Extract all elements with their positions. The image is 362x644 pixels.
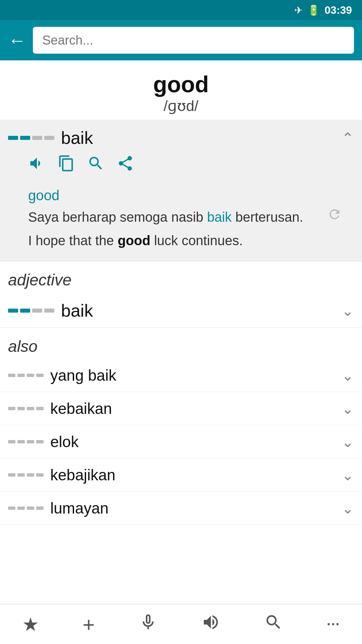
status-icons: ✈ 🔋 03:39 bbox=[294, 4, 352, 16]
example-block: good Saya berharap semoga nasib baik ber… bbox=[0, 184, 362, 261]
example-source: Saya berharap semoga nasib baik berterus… bbox=[28, 207, 342, 227]
header: ← bbox=[0, 20, 362, 60]
chevron-down-icon[interactable]: ⌄ bbox=[342, 302, 354, 319]
also-word-elok: elok bbox=[50, 433, 342, 451]
adjective-word: baik bbox=[61, 301, 342, 321]
favorite-icon: ★ bbox=[22, 613, 39, 635]
word-title: good bbox=[0, 71, 362, 97]
search-icon[interactable] bbox=[87, 155, 105, 176]
adjective-entry: baik ⌄ bbox=[0, 292, 362, 328]
also-stripe-2 bbox=[8, 407, 44, 410]
adjective-entry-header[interactable]: baik ⌄ bbox=[0, 292, 362, 327]
also-entry-lumayan[interactable]: lumayan ⌄ bbox=[0, 492, 362, 525]
bottom-navigation: ★ + ··· bbox=[0, 604, 362, 644]
nav-add[interactable]: + bbox=[83, 612, 95, 636]
expanded-entry-header[interactable]: baik ⌃ bbox=[0, 120, 362, 155]
stripe-2 bbox=[20, 136, 30, 140]
nav-mic[interactable] bbox=[139, 613, 158, 636]
also-stripe-1 bbox=[8, 374, 44, 377]
nav-speaker[interactable] bbox=[201, 613, 220, 636]
also-label: also bbox=[0, 328, 362, 359]
also-word-kebajikan: kebajikan bbox=[50, 466, 342, 484]
example-target: I hope that the good luck continues. bbox=[28, 230, 342, 251]
chevron-up-icon[interactable]: ⌃ bbox=[342, 129, 354, 147]
mic-icon bbox=[139, 613, 158, 636]
adj-stripe-4 bbox=[44, 309, 54, 313]
chevron-down-icon-1[interactable]: ⌄ bbox=[342, 367, 354, 384]
chevron-down-icon-5[interactable]: ⌄ bbox=[342, 500, 354, 517]
add-icon: + bbox=[83, 612, 95, 636]
also-word-lumayan: lumayan bbox=[50, 499, 342, 517]
expanded-entry: baik ⌃ bbox=[0, 120, 362, 261]
example-highlight: baik bbox=[207, 210, 232, 224]
also-entries-list: yang baik ⌄ kebaikan ⌄ elok ⌄ bbox=[0, 359, 362, 525]
entry-word: baik bbox=[61, 128, 342, 148]
speaker-nav-icon bbox=[201, 613, 220, 636]
also-word-kebaikan: kebaikan bbox=[50, 399, 342, 418]
stripe-3 bbox=[32, 136, 42, 140]
chevron-down-icon-2[interactable]: ⌄ bbox=[342, 400, 354, 417]
more-icon: ··· bbox=[327, 617, 340, 632]
pos-label: adjective bbox=[0, 261, 362, 292]
word-header: good /ɡʊd/ bbox=[0, 60, 362, 120]
speaker-icon[interactable] bbox=[28, 155, 46, 176]
also-stripe-3 bbox=[8, 440, 44, 443]
stripe-4 bbox=[44, 136, 54, 140]
bottom-spacer bbox=[0, 525, 362, 569]
word-phonetic: /ɡʊd/ bbox=[0, 97, 362, 114]
chevron-down-icon-3[interactable]: ⌄ bbox=[342, 433, 354, 450]
status-bar: ✈ 🔋 03:39 bbox=[0, 0, 362, 20]
nav-search[interactable] bbox=[264, 613, 283, 636]
also-entry-yang-baik[interactable]: yang baik ⌄ bbox=[0, 359, 362, 392]
nav-more[interactable]: ··· bbox=[327, 617, 340, 632]
adj-stripe-3 bbox=[32, 309, 42, 313]
example-link[interactable]: good bbox=[28, 187, 342, 204]
also-entry-kebaikan[interactable]: kebaikan ⌄ bbox=[0, 392, 362, 425]
stripe-1 bbox=[8, 136, 18, 140]
adj-stripe-2 bbox=[20, 309, 30, 313]
also-stripe-4 bbox=[8, 473, 44, 477]
action-icons bbox=[0, 155, 362, 184]
share-icon[interactable] bbox=[117, 155, 134, 176]
airplane-icon: ✈ bbox=[294, 4, 303, 16]
battery-icon: 🔋 bbox=[307, 4, 320, 16]
copy-icon[interactable] bbox=[58, 155, 75, 176]
adj-stripe bbox=[8, 309, 54, 313]
search-input[interactable] bbox=[33, 27, 354, 54]
nav-favorite[interactable]: ★ bbox=[22, 613, 39, 635]
entry-stripe bbox=[8, 136, 54, 140]
example-bold: good bbox=[118, 233, 150, 248]
also-entry-elok[interactable]: elok ⌄ bbox=[0, 425, 362, 459]
also-word-yang-baik: yang baik bbox=[50, 366, 342, 384]
back-button[interactable]: ← bbox=[8, 31, 26, 49]
chevron-down-icon-4[interactable]: ⌄ bbox=[342, 467, 354, 484]
search-nav-icon bbox=[264, 613, 283, 636]
adj-stripe-1 bbox=[8, 309, 18, 313]
refresh-icon[interactable] bbox=[327, 207, 342, 225]
status-time: 03:39 bbox=[324, 4, 352, 16]
also-stripe-5 bbox=[8, 506, 44, 510]
main-content: good /ɡʊd/ baik ⌃ bbox=[0, 60, 362, 569]
also-entry-kebajikan[interactable]: kebajikan ⌄ bbox=[0, 459, 362, 492]
